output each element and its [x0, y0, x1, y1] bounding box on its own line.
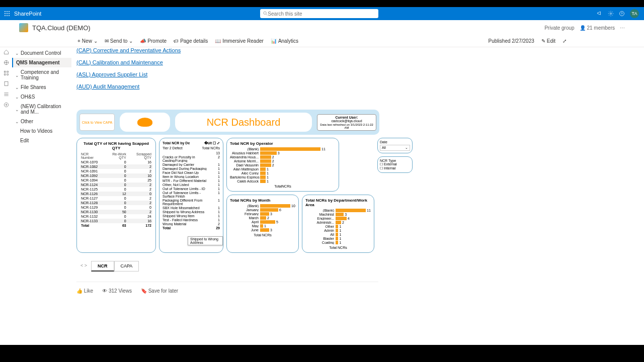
table-row[interactable]: NCR-1094025 [80, 178, 152, 183]
panel-by-dept[interactable]: Total NCRs by Department/Work Area (Blan… [302, 195, 374, 253]
bar-row[interactable]: Dael Vasyunin2 [230, 163, 336, 167]
bar-row[interactable]: (Blank)11 [305, 209, 371, 212]
list-item[interactable]: Out of Tolerance Limits - Surface Finish… [163, 191, 220, 198]
nav-file-shares[interactable]: File Shares [12, 82, 71, 92]
site-title[interactable]: TQA.Cloud (DEMO) [32, 24, 91, 32]
bar-row[interactable]: (Blank)10 [230, 204, 295, 208]
link-cap[interactable]: (CAP) Corrective and Preventative Action… [76, 47, 639, 53]
link-asl[interactable]: (ASL) Approved Supplier List [76, 71, 639, 77]
table-row[interactable]: NCR-1132024 [80, 214, 152, 219]
promote-button[interactable]: 📣 Promote [140, 38, 167, 44]
new-button[interactable]: + New ⌄ [77, 38, 98, 44]
table-row[interactable]: NCR-1092010 [80, 173, 152, 178]
bar-row[interactable]: (Blank)11 [230, 147, 336, 151]
list-item[interactable]: 13 [163, 151, 220, 155]
table-row[interactable]: NCR-112502 [80, 187, 152, 192]
nav-edit[interactable]: Edit [12, 136, 71, 145]
page-details-button[interactable]: 🏷 Page details [174, 38, 208, 44]
panel-by-operator[interactable]: Total NCR by Operator (Blank)11Aloysius … [226, 138, 339, 192]
list-item[interactable]: Out of Tolerance Limits - ID1 [163, 187, 220, 191]
user-avatar[interactable]: TA [630, 9, 639, 18]
sendto-button[interactable]: ✉ Send to ⌄ [105, 38, 133, 44]
bar-row[interactable]: Coating1 [305, 241, 371, 244]
table-row[interactable]: NCR-1130502 [80, 210, 152, 214]
bar-row[interactable]: Alec Corey1 [230, 171, 336, 175]
table-row[interactable]: NCR-109102 [80, 169, 152, 173]
more-icon[interactable]: ⋯ [620, 25, 625, 31]
table-row[interactable]: NCR-108202 [80, 164, 152, 169]
list-item[interactable]: Test - Failed Hardness1 [163, 218, 220, 222]
list-icon[interactable] [4, 92, 9, 97]
filter-date[interactable]: Date All⌄ [377, 138, 413, 153]
edit-button[interactable]: ✎ Edit [541, 38, 555, 44]
list-item[interactable]: MTR - For Different Material1 [163, 178, 220, 183]
site-logo[interactable] [19, 23, 28, 32]
bar-row[interactable]: Admin1 [305, 229, 371, 232]
tab-ncr[interactable]: NCR [91, 261, 114, 272]
list-item[interactable]: Other, Not Listed1 [163, 183, 220, 187]
app-launcher-icon[interactable] [0, 11, 14, 17]
grid-icon[interactable] [4, 70, 9, 76]
document-icon[interactable] [4, 81, 9, 86]
list-item[interactable]: Wrong Material2 [163, 222, 220, 226]
panel-by-month[interactable]: Total NCRs by Month (Blank)10January6Feb… [226, 195, 299, 253]
bar-row[interactable]: Alexandria Hous...2 [230, 155, 336, 159]
bar-row[interactable]: May1 [230, 224, 295, 228]
bar-row[interactable]: January6 [230, 208, 295, 212]
bar-row[interactable]: June3 [230, 228, 295, 232]
bar-row[interactable]: Aloysius Habbert3 [230, 151, 336, 155]
nav-calibration[interactable]: (NEW) Calibration and M... [12, 102, 71, 117]
bar-row[interactable]: Administr...2 [305, 221, 371, 224]
nav-other[interactable]: Other [12, 117, 71, 126]
immersive-reader-button[interactable]: 📖 Immersive Reader [215, 38, 264, 44]
bar-row[interactable]: Other1 [305, 225, 371, 228]
add-icon[interactable] [4, 102, 9, 108]
link-cal[interactable]: (CAL) Calibration and Maintenance [76, 59, 639, 65]
table-row[interactable]: NCR-1126120 [80, 192, 152, 196]
table-row[interactable]: NCR-112702 [80, 196, 152, 201]
bar-row[interactable]: All1 [305, 233, 371, 236]
nav-qms-management[interactable]: QMS Management [12, 58, 71, 67]
bar-row[interactable]: Alan Mattingson1 [230, 167, 336, 171]
table-row[interactable]: NCR-112802 [80, 201, 152, 205]
bar-row[interactable]: Antoine Merril...2 [230, 159, 336, 163]
bar-row[interactable]: Engineer...4 [305, 217, 371, 220]
table-row[interactable]: NCR-112900 [80, 205, 152, 210]
bar-row[interactable]: Caleb Adcock1 [230, 179, 336, 183]
bar-row[interactable]: Machinist3 [305, 213, 371, 216]
table-row[interactable]: NCR-112402 [80, 183, 152, 187]
search-input[interactable] [268, 11, 375, 17]
bar-row[interactable]: Blaster1 [305, 237, 371, 240]
list-item[interactable]: Damaged by Carrier1 [163, 162, 220, 166]
filter-ncr-type[interactable]: NCR Type ☐ External ☐ Internal [377, 156, 413, 173]
home-icon[interactable] [4, 49, 9, 55]
save-for-later[interactable]: 🔖 Save for later [141, 288, 178, 294]
list-item[interactable]: SBX Hole Missmatched1 [163, 206, 220, 210]
link-aud[interactable]: (AUD) Audit Management [76, 83, 639, 89]
list-item[interactable]: Packaging Different From Requirement1 [163, 198, 220, 206]
analytics-button[interactable]: 📊 Analytics [271, 38, 298, 44]
members-count[interactable]: 👤 21 members [580, 25, 615, 31]
bar-row[interactable]: March2 [230, 216, 295, 220]
bar-row[interactable]: February3 [230, 212, 295, 216]
nav-ohs[interactable]: OH&S [12, 92, 71, 102]
list-item[interactable]: Shipped to Wrong Address1 [163, 210, 220, 214]
list-item[interactable]: Damaged During Packaging1 [163, 166, 220, 170]
tab-capa[interactable]: CAPA [114, 261, 139, 272]
list-item[interactable]: Cracks or Porosity in Casting/Forging2 [163, 155, 220, 162]
nav-competence[interactable]: Competence and Training [12, 67, 71, 82]
view-capa-button[interactable]: Click to View CAPA [79, 114, 115, 131]
panel-qty-table[interactable]: Total QTY of NCR having Scapped QTY NCR … [76, 138, 156, 253]
globe-icon[interactable] [4, 60, 9, 65]
table-row[interactable]: NCR-1070016 [80, 160, 152, 164]
expand-icon[interactable]: ⤢ [562, 38, 567, 44]
suite-name[interactable]: SharePoint [14, 11, 41, 17]
nav-document-control[interactable]: Document Control [12, 48, 71, 58]
panel-defects[interactable]: Total NCR by De�últ ☐ ⤢ Tier 2 DefectTot… [159, 138, 223, 253]
search-box[interactable] [260, 9, 378, 18]
list-item[interactable]: Item in Wrong Location1 [163, 174, 220, 178]
settings-icon[interactable] [608, 11, 614, 17]
help-icon[interactable]: ? [619, 11, 625, 17]
table-row[interactable]: NCR-1133016 [80, 219, 152, 223]
bar-row[interactable]: April5 [230, 220, 295, 224]
